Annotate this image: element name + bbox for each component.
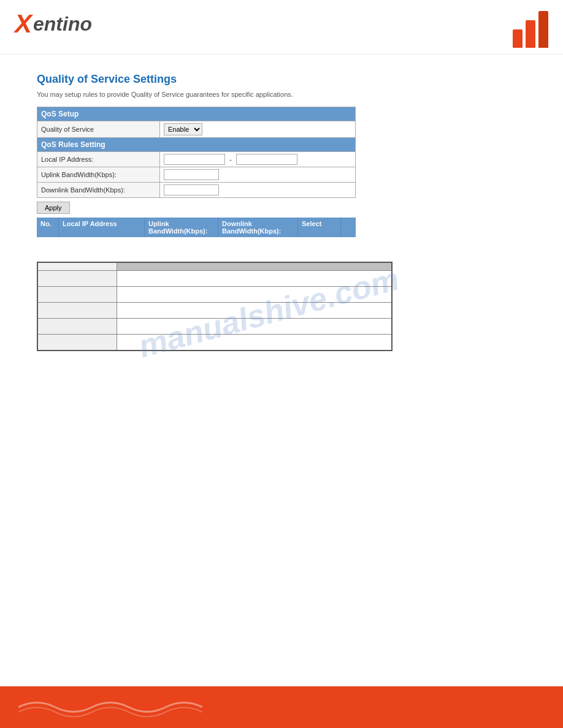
results-header: No. Local IP Address Uplink BandWidth(Kb…: [37, 218, 356, 237]
secondary-row2-col2: [117, 287, 392, 303]
header: X entino: [0, 0, 563, 55]
footer: [0, 686, 563, 728]
local-ip-start-input[interactable]: [164, 154, 225, 165]
bar-icon-2: [526, 20, 535, 48]
footer-wave-icon: [18, 695, 202, 719]
ip-separator: -: [229, 156, 232, 163]
qos-rules-header: QoS Rules Setting: [37, 138, 356, 152]
quality-of-service-select[interactable]: Enable Disable: [164, 123, 202, 135]
downlink-input[interactable]: [164, 184, 219, 195]
secondary-row1-col2: [117, 271, 392, 287]
page-title: Quality of Service Settings: [37, 73, 526, 86]
results-col-local-ip: Local IP Address: [59, 218, 145, 237]
table-row: [37, 335, 392, 351]
uplink-label: Uplink BandWidth(Kbps):: [37, 167, 160, 183]
bar-icon-1: [513, 29, 523, 48]
secondary-row5-col1: [37, 335, 117, 351]
main-content: Quality of Service Settings You may setu…: [0, 55, 563, 370]
results-col-downlink: Downlink BandWidth(Kbps):: [218, 218, 298, 237]
table-row: [37, 287, 392, 303]
secondary-row4-col2: [117, 319, 392, 335]
results-col-select: Select: [298, 218, 341, 237]
secondary-row5-col2: [117, 335, 392, 351]
uplink-input[interactable]: [164, 169, 219, 180]
secondary-col2-header: [117, 262, 392, 271]
local-ip-end-input[interactable]: [236, 154, 297, 165]
uplink-value-cell: [160, 167, 356, 183]
table-row: [37, 319, 392, 335]
downlink-value-cell: [160, 183, 356, 198]
downlink-label: Downlink BandWidth(Kbps):: [37, 183, 160, 198]
secondary-col1-header: [37, 262, 117, 271]
secondary-row4-col1: [37, 319, 117, 335]
local-ip-label: Local IP Address:: [37, 152, 160, 167]
secondary-row1-col1: [37, 271, 117, 287]
apply-button[interactable]: Apply: [37, 202, 70, 214]
logo: X entino: [15, 11, 92, 37]
qos-setup-header: QoS Setup: [37, 107, 356, 121]
bar-icon-3: [538, 11, 548, 48]
header-bars: [513, 11, 548, 48]
results-col-no: No.: [37, 218, 59, 237]
secondary-row2-col1: [37, 287, 117, 303]
quality-of-service-label: Quality of Service: [37, 121, 160, 138]
table-row: [37, 303, 392, 319]
local-ip-value-cell: -: [160, 152, 356, 167]
results-col-uplink: Uplink BandWidth(Kbps):: [145, 218, 218, 237]
secondary-row3-col2: [117, 303, 392, 319]
quality-of-service-value-cell: Enable Disable: [160, 121, 356, 138]
table-row: [37, 271, 392, 287]
page-description: You may setup rules to provide Quality o…: [37, 91, 526, 98]
logo-text: entino: [33, 14, 92, 34]
secondary-row3-col1: [37, 303, 117, 319]
qos-table: QoS Setup Quality of Service Enable Disa…: [37, 107, 356, 198]
logo-x: X: [15, 11, 32, 37]
secondary-table: [37, 262, 393, 351]
